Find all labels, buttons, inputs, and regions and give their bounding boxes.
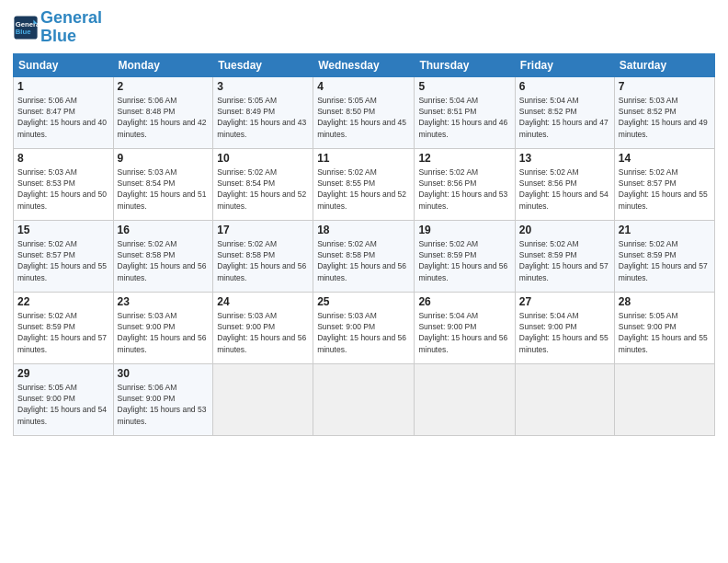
calendar-cell: 10Sunrise: 5:02 AMSunset: 8:54 PMDayligh… xyxy=(213,148,313,220)
calendar-cell: 6Sunrise: 5:04 AMSunset: 8:52 PMDaylight… xyxy=(515,76,614,148)
day-info: Sunrise: 5:02 AMSunset: 8:56 PMDaylight:… xyxy=(418,167,510,212)
day-number: 8 xyxy=(17,152,109,165)
day-number: 4 xyxy=(317,80,410,93)
calendar-cell: 23Sunrise: 5:03 AMSunset: 9:00 PMDayligh… xyxy=(113,292,213,363)
calendar-cell: 7Sunrise: 5:03 AMSunset: 8:52 PMDaylight… xyxy=(614,76,714,148)
calendar-cell: 3Sunrise: 5:05 AMSunset: 8:49 PMDaylight… xyxy=(213,76,313,148)
calendar-cell: 16Sunrise: 5:02 AMSunset: 8:58 PMDayligh… xyxy=(113,220,213,292)
calendar-cell xyxy=(614,363,714,435)
day-number: 25 xyxy=(317,295,410,308)
day-info: Sunrise: 5:02 AMSunset: 8:59 PMDaylight:… xyxy=(17,310,109,355)
logo-text-blue: Blue xyxy=(40,28,102,46)
day-info: Sunrise: 5:03 AMSunset: 8:54 PMDaylight:… xyxy=(118,167,210,212)
day-number: 30 xyxy=(118,367,210,380)
day-info: Sunrise: 5:04 AMSunset: 9:00 PMDaylight:… xyxy=(519,310,610,355)
calendar-week-row: 8Sunrise: 5:03 AMSunset: 8:53 PMDaylight… xyxy=(14,148,715,220)
day-number: 27 xyxy=(519,295,610,308)
calendar-cell: 12Sunrise: 5:02 AMSunset: 8:56 PMDayligh… xyxy=(415,148,515,220)
calendar-cell: 30Sunrise: 5:06 AMSunset: 9:00 PMDayligh… xyxy=(113,363,213,435)
calendar-cell: 18Sunrise: 5:02 AMSunset: 8:58 PMDayligh… xyxy=(313,220,415,292)
svg-text:General: General xyxy=(16,19,39,28)
day-number: 17 xyxy=(217,224,309,236)
day-info: Sunrise: 5:04 AMSunset: 8:52 PMDaylight:… xyxy=(519,95,610,140)
weekday-header-tuesday: Tuesday xyxy=(213,53,313,76)
day-number: 18 xyxy=(317,224,410,236)
day-number: 10 xyxy=(217,152,309,165)
day-number: 19 xyxy=(418,224,510,236)
day-number: 2 xyxy=(118,80,210,93)
calendar-cell: 8Sunrise: 5:03 AMSunset: 8:53 PMDaylight… xyxy=(14,148,114,220)
calendar-cell: 28Sunrise: 5:05 AMSunset: 9:00 PMDayligh… xyxy=(614,292,714,363)
day-info: Sunrise: 5:02 AMSunset: 8:58 PMDaylight:… xyxy=(118,238,210,283)
day-number: 29 xyxy=(17,367,109,380)
day-info: Sunrise: 5:04 AMSunset: 8:51 PMDaylight:… xyxy=(418,95,510,140)
calendar-cell: 19Sunrise: 5:02 AMSunset: 8:59 PMDayligh… xyxy=(415,220,515,292)
day-number: 23 xyxy=(118,295,210,308)
day-info: Sunrise: 5:05 AMSunset: 8:50 PMDaylight:… xyxy=(317,95,410,140)
day-info: Sunrise: 5:02 AMSunset: 8:59 PMDaylight:… xyxy=(418,238,510,283)
day-number: 26 xyxy=(418,295,510,308)
calendar-cell: 13Sunrise: 5:02 AMSunset: 8:56 PMDayligh… xyxy=(515,148,614,220)
day-number: 28 xyxy=(619,295,711,308)
calendar-cell: 27Sunrise: 5:04 AMSunset: 9:00 PMDayligh… xyxy=(515,292,614,363)
day-info: Sunrise: 5:03 AMSunset: 9:00 PMDaylight:… xyxy=(217,310,309,355)
day-number: 14 xyxy=(619,152,711,165)
calendar-cell xyxy=(515,363,614,435)
calendar-cell: 22Sunrise: 5:02 AMSunset: 8:59 PMDayligh… xyxy=(14,292,114,363)
weekday-header-sunday: Sunday xyxy=(14,53,114,76)
calendar-cell: 29Sunrise: 5:05 AMSunset: 9:00 PMDayligh… xyxy=(14,363,114,435)
header: General Blue General Blue xyxy=(13,9,715,46)
logo-text: General xyxy=(40,9,102,28)
day-number: 15 xyxy=(17,224,109,236)
calendar-week-row: 29Sunrise: 5:05 AMSunset: 9:00 PMDayligh… xyxy=(14,363,715,435)
logo: General Blue General Blue xyxy=(13,9,102,46)
weekday-header-row: SundayMondayTuesdayWednesdayThursdayFrid… xyxy=(14,53,715,76)
calendar-cell: 5Sunrise: 5:04 AMSunset: 8:51 PMDaylight… xyxy=(415,76,515,148)
day-number: 13 xyxy=(519,152,610,165)
day-info: Sunrise: 5:03 AMSunset: 8:52 PMDaylight:… xyxy=(619,95,711,140)
weekday-header-saturday: Saturday xyxy=(614,53,714,76)
day-info: Sunrise: 5:02 AMSunset: 8:56 PMDaylight:… xyxy=(519,167,610,212)
calendar-week-row: 15Sunrise: 5:02 AMSunset: 8:57 PMDayligh… xyxy=(14,220,715,292)
day-number: 11 xyxy=(317,152,410,165)
calendar-cell xyxy=(415,363,515,435)
calendar-cell: 17Sunrise: 5:02 AMSunset: 8:58 PMDayligh… xyxy=(213,220,313,292)
day-info: Sunrise: 5:02 AMSunset: 8:54 PMDaylight:… xyxy=(217,167,309,212)
day-info: Sunrise: 5:05 AMSunset: 8:49 PMDaylight:… xyxy=(217,95,309,140)
calendar-cell: 15Sunrise: 5:02 AMSunset: 8:57 PMDayligh… xyxy=(14,220,114,292)
day-info: Sunrise: 5:03 AMSunset: 9:00 PMDaylight:… xyxy=(317,310,410,355)
day-info: Sunrise: 5:02 AMSunset: 8:55 PMDaylight:… xyxy=(317,167,410,212)
day-number: 21 xyxy=(619,224,711,236)
svg-text:Blue: Blue xyxy=(16,28,31,36)
day-number: 24 xyxy=(217,295,309,308)
calendar-cell xyxy=(313,363,415,435)
calendar-cell: 9Sunrise: 5:03 AMSunset: 8:54 PMDaylight… xyxy=(113,148,213,220)
day-info: Sunrise: 5:05 AMSunset: 9:00 PMDaylight:… xyxy=(619,310,711,355)
weekday-header-monday: Monday xyxy=(113,53,213,76)
calendar-cell: 2Sunrise: 5:06 AMSunset: 8:48 PMDaylight… xyxy=(113,76,213,148)
day-info: Sunrise: 5:02 AMSunset: 8:59 PMDaylight:… xyxy=(519,238,610,283)
day-number: 1 xyxy=(17,80,109,93)
day-info: Sunrise: 5:06 AMSunset: 9:00 PMDaylight:… xyxy=(118,382,210,427)
calendar-cell: 4Sunrise: 5:05 AMSunset: 8:50 PMDaylight… xyxy=(313,76,415,148)
calendar-cell: 24Sunrise: 5:03 AMSunset: 9:00 PMDayligh… xyxy=(213,292,313,363)
weekday-header-thursday: Thursday xyxy=(415,53,515,76)
day-number: 22 xyxy=(17,295,109,308)
day-info: Sunrise: 5:02 AMSunset: 8:58 PMDaylight:… xyxy=(317,238,410,283)
day-info: Sunrise: 5:02 AMSunset: 8:57 PMDaylight:… xyxy=(619,167,711,212)
day-number: 5 xyxy=(418,80,510,93)
page-container: General Blue General Blue SundayMondayTu… xyxy=(0,0,728,445)
day-number: 12 xyxy=(418,152,510,165)
day-number: 16 xyxy=(118,224,210,236)
day-info: Sunrise: 5:02 AMSunset: 8:58 PMDaylight:… xyxy=(217,238,309,283)
day-info: Sunrise: 5:06 AMSunset: 8:48 PMDaylight:… xyxy=(118,95,210,140)
day-info: Sunrise: 5:04 AMSunset: 9:00 PMDaylight:… xyxy=(418,310,510,355)
day-number: 7 xyxy=(619,80,711,93)
weekday-header-wednesday: Wednesday xyxy=(313,53,415,76)
weekday-header-friday: Friday xyxy=(515,53,614,76)
day-info: Sunrise: 5:02 AMSunset: 8:59 PMDaylight:… xyxy=(619,238,711,283)
calendar-week-row: 1Sunrise: 5:06 AMSunset: 8:47 PMDaylight… xyxy=(14,76,715,148)
logo-icon: General Blue xyxy=(13,15,39,40)
calendar-cell: 14Sunrise: 5:02 AMSunset: 8:57 PMDayligh… xyxy=(614,148,714,220)
day-number: 20 xyxy=(519,224,610,236)
